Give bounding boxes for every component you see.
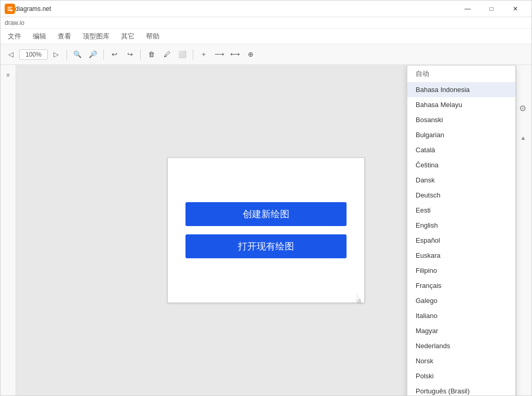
canvas-small-label: 语... <box>355 294 362 298</box>
toolbar-insert: + ⟶ ⟷ ⊕ <box>196 47 258 62</box>
maximize-button[interactable]: □ <box>480 1 503 17</box>
open-existing-diagram-button[interactable]: 打开现有绘图 <box>185 234 347 258</box>
language-option-filipino[interactable]: Filipino <box>407 263 515 278</box>
language-option-francais[interactable]: Français <box>407 278 515 293</box>
language-option-eesti[interactable]: Eesti <box>407 203 515 218</box>
toolbar-history: ↩ ↪ <box>107 47 137 62</box>
format-button[interactable]: 🖊 <box>159 47 174 62</box>
menu-bar: 文件 编辑 查看 顶型图库 其它 帮助 <box>1 29 531 44</box>
delete-button[interactable]: 🗑 <box>144 47 158 62</box>
left-sidebar: ≡ <box>1 65 16 395</box>
more-button[interactable]: ⟷ <box>228 47 242 62</box>
menu-file[interactable]: 文件 <box>3 30 26 43</box>
language-option-bulgarian[interactable]: Bulgarian <box>407 127 515 142</box>
collapse-button[interactable]: ▲ <box>517 131 529 144</box>
language-dropdown: 自动Bahasa IndonesiaBahasa MelayuBosanskiB… <box>407 65 516 395</box>
title-bar: diagrams.net — □ ✕ <box>1 1 531 17</box>
toolbar-page-prev[interactable]: ◁ <box>4 47 18 62</box>
language-option-portugues-brasil[interactable]: Português (Brasil) <box>407 384 515 395</box>
toolbar-left: ◁ ▷ <box>4 47 63 62</box>
sep1 <box>66 49 67 60</box>
app-title: diagrams.net <box>15 5 456 12</box>
app-window: diagrams.net — □ ✕ draw.io 文件 编辑 查看 顶型图库… <box>0 0 532 396</box>
menu-diagrams[interactable]: 顶型图库 <box>77 30 115 43</box>
language-option-galego[interactable]: Galego <box>407 293 515 308</box>
toolbar-zoom-controls: 🔍 🔎 <box>70 47 100 62</box>
sep3 <box>140 49 141 60</box>
create-new-diagram-button[interactable]: 创建新绘图 <box>185 202 347 226</box>
undo-button[interactable]: ↩ <box>107 47 122 62</box>
main-content: ≡ 创建新绘图 打开现有绘图 语... ⚙ ⛶ ▦ ▲ 自动Bahasa Ind… <box>1 65 531 395</box>
language-option-magyar[interactable]: Magyar <box>407 323 515 338</box>
language-option-euskara[interactable]: Euskara <box>407 248 515 263</box>
sidebar-toggle-btn[interactable]: ≡ <box>2 68 15 82</box>
connect-button[interactable]: ⟶ <box>212 47 227 62</box>
language-option-bahasa-indonesia[interactable]: Bahasa Indonesia <box>407 82 515 97</box>
gear-icon-btn[interactable]: ⚙ <box>516 101 529 115</box>
menu-extras[interactable]: 其它 <box>116 30 140 43</box>
language-option-dansk[interactable]: Dansk <box>407 173 515 188</box>
canvas-paper: 创建新绘图 打开现有绘图 语... <box>167 157 365 303</box>
sep4 <box>193 49 193 60</box>
zoom-in-button[interactable]: 🔎 <box>86 47 100 62</box>
language-option-norsk[interactable]: Norsk <box>407 353 515 368</box>
language-option-espanol[interactable]: Español <box>407 233 515 248</box>
menu-edit[interactable]: 编辑 <box>28 30 51 43</box>
language-option-catala[interactable]: Català <box>407 142 515 157</box>
minimize-button[interactable]: — <box>456 1 480 17</box>
redo-button[interactable]: ↪ <box>123 47 137 62</box>
shapes-button[interactable]: ⬜ <box>175 47 190 62</box>
language-option-nederlands[interactable]: Nederlands <box>407 338 515 353</box>
add-button[interactable]: ⊕ <box>243 47 258 62</box>
language-option-cestina[interactable]: Čeština <box>407 157 515 173</box>
zoom-out-button[interactable]: 🔍 <box>70 47 85 62</box>
menu-help[interactable]: 帮助 <box>141 30 165 43</box>
insert-button[interactable]: + <box>196 47 211 62</box>
zoom-input[interactable] <box>19 49 48 60</box>
language-option-deutsch[interactable]: Deutsch <box>407 188 515 203</box>
close-button[interactable]: ✕ <box>503 1 527 17</box>
language-option-english[interactable]: English <box>407 218 515 233</box>
sep2 <box>103 49 104 60</box>
language-option-polski[interactable]: Polski <box>407 368 515 384</box>
language-option-bahasa-melayu[interactable]: Bahasa Melayu <box>407 97 515 112</box>
window-controls: — □ ✕ <box>456 1 527 17</box>
menu-view[interactable]: 查看 <box>52 30 76 43</box>
toolbar-page-next[interactable]: ▷ <box>49 47 63 62</box>
language-option-auto[interactable]: 自动 <box>407 65 515 82</box>
language-option-italiano[interactable]: Italiano <box>407 308 515 323</box>
app-logo <box>5 4 15 14</box>
toolbar: ◁ ▷ 🔍 🔎 ↩ ↪ 🗑 🖊 ⬜ + ⟶ ⟷ ⊕ <box>1 44 531 65</box>
sub-title: draw.io <box>5 19 24 27</box>
language-option-bosanski[interactable]: Bosanski <box>407 112 515 127</box>
svg-point-1 <box>10 9 12 11</box>
toolbar-format: 🗑 🖊 ⬜ <box>144 47 190 62</box>
